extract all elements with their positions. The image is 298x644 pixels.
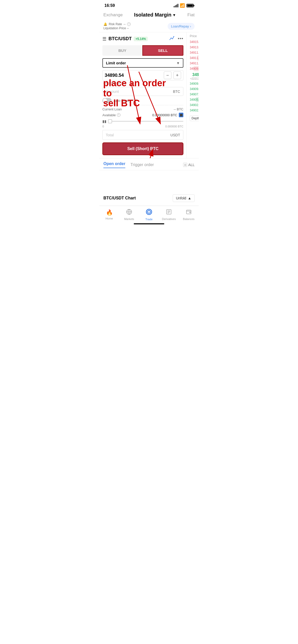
home-label: Home [105, 217, 113, 220]
slider-max: 0.000000 BTC [165, 125, 183, 128]
menu-icon[interactable]: ☰ [102, 36, 106, 42]
total-input-row[interactable]: Total USDT [102, 130, 183, 140]
derivatives-icon [166, 209, 172, 216]
status-bar: 16:59 📶 [99, 0, 199, 10]
markets-label: Markets [124, 217, 134, 221]
more-options-icon[interactable]: ••• [178, 36, 183, 41]
sell-price: 34911.67 [190, 56, 199, 60]
loan-label: Current Loan [102, 107, 122, 111]
sell-price: 34913.97 [190, 46, 199, 49]
auto-repay-toggle[interactable] [102, 98, 112, 103]
trigger-order-tab[interactable]: Trigger order [130, 163, 154, 167]
nav-home[interactable]: 🔥 Home [99, 209, 119, 220]
price-decrease-button[interactable]: − [164, 71, 171, 79]
slider-labels: 0 0.000000 BTC [102, 125, 183, 128]
slider-track[interactable] [108, 121, 183, 122]
buy-order-row[interactable]: 34909.52 0.2345 [189, 86, 199, 92]
price-cny: ≈222078.28 CNY [102, 81, 183, 85]
buy-order-row[interactable]: 34902.23 0.2147 [189, 108, 199, 113]
all-icon: ☷ [183, 163, 187, 167]
buy-price: 34902.23 [190, 109, 199, 112]
nav-isolated[interactable]: Isolated Margin ▼ [134, 12, 176, 18]
auto-repay-info-icon[interactable]: ? [133, 99, 137, 102]
divider [102, 105, 183, 105]
price-input[interactable] [105, 73, 164, 78]
depth-row: Depth 1 ▼ [189, 114, 199, 122]
nav-trade[interactable]: Trade [139, 209, 159, 221]
chart-trend-icon[interactable] [169, 35, 175, 42]
chart-section: BTC/USDT Chart Unfold ▲ [99, 191, 199, 206]
price-increase-button[interactable]: + [173, 71, 181, 79]
unfold-arrow-icon: ▲ [188, 196, 191, 200]
order-type-dropdown-icon: ▼ [176, 61, 180, 65]
risk-info-icon[interactable]: ? [127, 22, 131, 26]
trading-area: ☰ BTC/USDT +5.14% ••• BUY SELL [99, 32, 199, 158]
buy-price: 34907.63 [190, 93, 199, 96]
open-order-tab[interactable]: Open order [103, 162, 125, 168]
slider-left-icon: ▮▮ [102, 119, 106, 123]
home-icon: 🔥 [106, 209, 113, 216]
all-button[interactable]: ☷ ALL [183, 163, 195, 167]
pair-header: ☰ BTC/USDT +5.14% ••• [102, 35, 183, 42]
sell-price: 34909.93 [190, 67, 199, 70]
buy-order-row[interactable]: 34905.89 0.2845 [189, 97, 199, 102]
sell-price: 34915.07 [190, 40, 199, 44]
buy-order-row[interactable]: 34902.24 0.0018 [189, 103, 199, 108]
sell-order-row[interactable]: 34909.93 3.2584 [189, 66, 199, 71]
svg-rect-16 [189, 212, 191, 213]
sell-order-row[interactable]: 34911.68 0.2000 [189, 50, 199, 55]
sell-short-button[interactable]: Sell (Short) BTC [102, 142, 183, 155]
copy-button[interactable]: ⬛ [179, 113, 183, 117]
nav-markets[interactable]: Markets [119, 209, 139, 221]
orders-list [99, 170, 199, 191]
nav-balances[interactable]: Balances [179, 209, 199, 221]
balances-label: Balances [183, 217, 194, 221]
buy-order-row[interactable]: 34907.63 0.2345 [189, 92, 199, 97]
risk-rate-label: Risk Rate [109, 22, 122, 26]
buy-order-row[interactable]: 34909.52 0.2029 [189, 81, 199, 86]
pair-actions: ••• [169, 35, 183, 42]
sell-price: 34911.68 [190, 51, 199, 54]
amount-input-row[interactable]: Amount BTC [102, 87, 183, 96]
buy-price: 34902.24 [190, 103, 199, 107]
orderbook-header: Price Amount [189, 34, 199, 38]
available-info-icon[interactable]: ? [117, 113, 120, 117]
home-indicator [134, 223, 164, 224]
chevron-right-icon: › [190, 24, 191, 28]
wifi-icon: 📶 [180, 3, 185, 8]
isolated-dropdown-icon: ▼ [172, 13, 176, 17]
price-buttons: − + [164, 71, 181, 79]
signal-icon [174, 4, 178, 7]
slider-row: ▮▮ [102, 119, 183, 123]
nav-derivatives[interactable]: Derivatives [159, 209, 179, 221]
nav-fiat[interactable]: Fiat [187, 12, 195, 18]
loan-repay-button[interactable]: Loan/Repay › [168, 23, 195, 30]
bell-icon: 🔔 [103, 22, 107, 26]
current-price: 34905.90 [189, 72, 199, 77]
price-change-badge: +5.14% [134, 37, 148, 41]
unfold-button[interactable]: Unfold ▲ [173, 194, 195, 202]
status-time: 16:59 [104, 3, 115, 8]
auto-repay-row: Auto Repay ? [102, 98, 183, 103]
orderbook-panel: Price Amount 34915.07 0.2200 34913.97 0.… [187, 32, 199, 158]
sell-tab[interactable]: SELL [142, 45, 183, 56]
sell-price: 34911.26 [190, 62, 199, 65]
order-type-label: Limit order [106, 61, 126, 65]
current-price-row: 34905.90 ≈222176.05 CNY [189, 71, 199, 81]
pair-name[interactable]: BTC/USDT [109, 36, 132, 41]
ob-price-header: Price [190, 34, 197, 38]
buy-tab[interactable]: BUY [102, 45, 142, 56]
sell-order-row[interactable]: 34915.07 0.2200 [189, 39, 199, 45]
chart-title: BTC/USDT Chart [103, 196, 136, 200]
sell-order-row[interactable]: 34913.97 0.1600 [189, 45, 199, 50]
depth-select[interactable]: Depth 1 ▼ [190, 115, 199, 121]
left-panel: ☰ BTC/USDT +5.14% ••• BUY SELL [99, 32, 187, 158]
sell-order-row[interactable]: 34911.67 0.2607 [189, 55, 199, 61]
price-input-row: − + [102, 70, 183, 80]
sell-order-row[interactable]: 34911.26 0.0045 [189, 61, 199, 66]
trade-label: Trade [145, 218, 153, 221]
bottom-nav: 🔥 Home Markets Trade [99, 206, 199, 222]
pair-name-area: ☰ BTC/USDT +5.14% [102, 36, 148, 42]
order-type-row[interactable]: Limit order ▼ [102, 58, 183, 68]
nav-exchange[interactable]: Exchange [103, 12, 123, 18]
